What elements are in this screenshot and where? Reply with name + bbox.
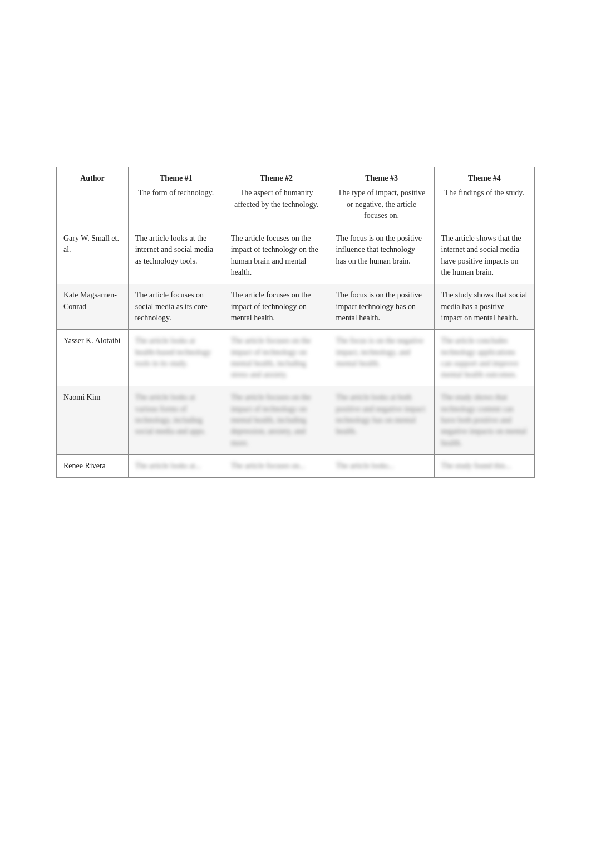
- cell-theme2: The article focuses on...: [224, 454, 329, 477]
- header-theme2-sub: The aspect of humanity affected by the t…: [231, 187, 322, 210]
- cell-theme4: The study shows that technology content …: [434, 386, 534, 454]
- cell-theme1: The article looks at health-based techno…: [128, 330, 224, 386]
- cell-theme3: The focus is on the positive influence t…: [329, 227, 434, 284]
- table-row: Yasser K. AlotaibiThe article looks at h…: [57, 330, 535, 386]
- header-author: Author: [57, 167, 129, 227]
- header-theme4-label: Theme #4: [468, 174, 501, 182]
- cell-theme4: The study found this...: [434, 454, 534, 477]
- research-table: Author Theme #1 The form of technology. …: [56, 167, 535, 478]
- header-theme1-label: Theme #1: [160, 174, 193, 182]
- cell-theme2: The article focuses on the impact of tec…: [224, 284, 329, 330]
- header-theme2: Theme #2 The aspect of humanity affected…: [224, 167, 329, 227]
- cell-theme2: The article focuses on the impact of tec…: [224, 227, 329, 284]
- cell-theme1: The article looks at various forms of te…: [128, 386, 224, 454]
- table-header-row: Author Theme #1 The form of technology. …: [57, 167, 535, 227]
- header-theme3: Theme #3 The type of impact, positive or…: [329, 167, 434, 227]
- table-row: Naomi KimThe article looks at various fo…: [57, 386, 535, 454]
- cell-author: Yasser K. Alotaibi: [57, 330, 129, 386]
- cell-theme3: The focus is on the negative impact, tec…: [329, 330, 434, 386]
- header-theme1-sub: The form of technology.: [135, 187, 217, 199]
- main-table-wrapper: Author Theme #1 The form of technology. …: [56, 167, 535, 478]
- cell-theme1: The article looks at...: [128, 454, 224, 477]
- header-theme1: Theme #1 The form of technology.: [128, 167, 224, 227]
- header-theme2-label: Theme #2: [260, 174, 293, 182]
- cell-theme4: The study shows that social media has a …: [434, 284, 534, 330]
- header-theme4-sub: The findings of the study.: [441, 187, 528, 199]
- cell-theme4: The article concludes technology applica…: [434, 330, 534, 386]
- cell-author: Renee Rivera: [57, 454, 129, 477]
- cell-theme2: The article focuses on the impact of tec…: [224, 386, 329, 454]
- header-theme3-sub: The type of impact, positive or negative…: [336, 187, 427, 221]
- header-theme3-label: Theme #3: [365, 174, 398, 182]
- cell-theme4: The article shows that the internet and …: [434, 227, 534, 284]
- cell-theme1: The article looks at the internet and so…: [128, 227, 224, 284]
- table-body: Gary W. Small et. al.The article looks a…: [57, 227, 535, 478]
- cell-theme3: The article looks at both positive and n…: [329, 386, 434, 454]
- cell-author: Kate Magsamen-Conrad: [57, 284, 129, 330]
- cell-theme2: The article focuses on the impact of tec…: [224, 330, 329, 386]
- cell-theme1: The article focuses on social media as i…: [128, 284, 224, 330]
- table-row: Kate Magsamen-ConradThe article focuses …: [57, 284, 535, 330]
- header-theme4: Theme #4 The findings of the study.: [434, 167, 534, 227]
- cell-author: Gary W. Small et. al.: [57, 227, 129, 284]
- cell-theme3: The article looks...: [329, 454, 434, 477]
- cell-theme3: The focus is on the positive impact tech…: [329, 284, 434, 330]
- table-row: Gary W. Small et. al.The article looks a…: [57, 227, 535, 284]
- cell-author: Naomi Kim: [57, 386, 129, 454]
- table-row: Renee RiveraThe article looks at...The a…: [57, 454, 535, 477]
- header-author-label: Author: [80, 174, 105, 182]
